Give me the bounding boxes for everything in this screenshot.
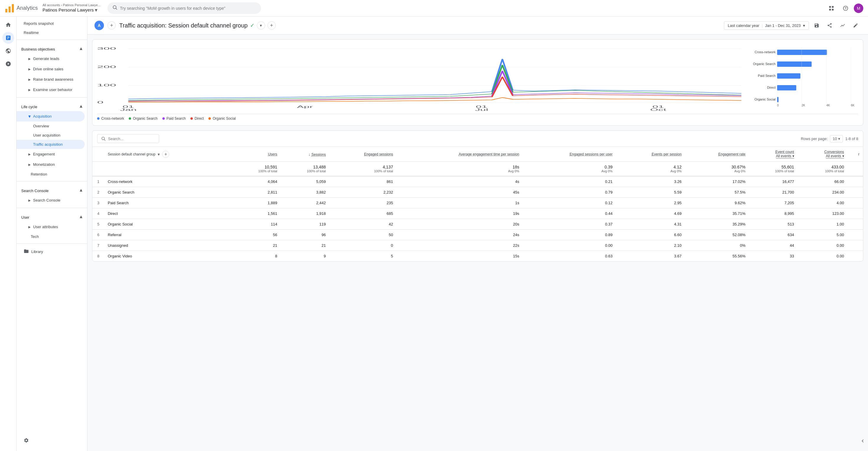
cell-rank: 7 xyxy=(92,240,104,251)
search-input[interactable] xyxy=(120,6,256,11)
cell-channel: Unassigned xyxy=(104,240,232,251)
explore-icon-btn[interactable] xyxy=(2,45,14,57)
sidebar-item-overview[interactable]: Overview xyxy=(17,121,85,131)
col-conversions[interactable]: Conversions All events ▾ xyxy=(798,147,848,162)
table-toolbar: Rows per page: 10 ▾ 1-8 of 8 xyxy=(92,131,863,147)
cell-eng-per-user: 0.89 xyxy=(523,230,616,240)
cell-users: 8 xyxy=(232,251,281,261)
legend-paid-search[interactable]: Paid Search xyxy=(162,116,186,120)
sidebar-item-generate-leads[interactable]: ▸ Generate leads xyxy=(17,54,85,64)
col-engaged-per-user-label: Engaged sessions per user xyxy=(569,152,612,156)
save-report-btn[interactable] xyxy=(811,20,822,31)
col-avg-engagement[interactable]: Average engagement time per session xyxy=(397,147,523,162)
table-row: 2 Organic Search 2,811 3,882 2,232 45s 0… xyxy=(92,187,863,198)
add-comparison-btn[interactable]: + xyxy=(107,21,116,30)
col-engaged-sessions[interactable]: Engaged sessions xyxy=(330,147,397,162)
date-range-label: Last calendar year xyxy=(728,23,760,28)
totals-extra xyxy=(848,162,863,176)
svg-line-45 xyxy=(104,140,105,141)
sidebar-item-realtime[interactable]: Realtime xyxy=(17,28,85,37)
apps-icon-btn[interactable] xyxy=(826,2,837,14)
cell-engaged-sessions: 50 xyxy=(330,230,397,240)
advertising-icon-btn[interactable] xyxy=(2,58,14,70)
totals-users: 10,591 100% of total xyxy=(232,162,281,176)
search-console-expand-icon: ▸ xyxy=(28,197,31,203)
cell-users: 56 xyxy=(232,230,281,240)
col-users[interactable]: Users xyxy=(232,147,281,162)
cell-channel: Paid Search xyxy=(104,198,232,208)
sidebar-section-user[interactable]: User ▾ xyxy=(17,210,87,222)
sidebar-item-raise-brand-awareness[interactable]: ▸ Raise brand awareness xyxy=(17,74,85,85)
home-icon-btn[interactable] xyxy=(2,19,14,31)
edit-btn[interactable] xyxy=(850,20,861,31)
legend-cross-network[interactable]: Cross-network xyxy=(97,116,124,120)
help-icon-btn[interactable]: ? xyxy=(840,2,851,14)
totals-events-per-session-val: 4.12 xyxy=(620,165,682,169)
sidebar-item-library[interactable]: Library xyxy=(17,246,85,257)
col-sessions[interactable]: ↓ Sessions xyxy=(281,147,330,162)
col-events-per-session[interactable]: Events per session xyxy=(616,147,685,162)
cell-eng-rate: 35.29% xyxy=(685,219,749,230)
user-avatar[interactable]: M xyxy=(854,4,863,13)
col-event-count[interactable]: Event count All events ▾ xyxy=(749,147,798,162)
legend-organic-social[interactable]: Organic Social xyxy=(209,116,236,120)
sidebar-section-business-objectives[interactable]: Business objectives ▾ xyxy=(17,42,87,54)
date-range-btn[interactable]: Last calendar year | Jan 1 - Dec 31, 202… xyxy=(724,21,809,30)
sidebar-item-examine-user-behavior[interactable]: ▸ Examine user behavior xyxy=(17,85,85,95)
add-col-btn[interactable]: + xyxy=(162,151,169,158)
table-search-input[interactable] xyxy=(108,137,155,141)
report-options-btn[interactable]: ▾ xyxy=(257,21,265,30)
settings-spacer xyxy=(17,257,87,269)
sidebar-item-settings[interactable] xyxy=(17,435,71,446)
sidebar-item-user-acquisition[interactable]: User acquisition xyxy=(17,131,85,140)
col-engagement-rate[interactable]: Engagement rate xyxy=(685,147,749,162)
sidebar-item-drive-online-sales[interactable]: ▸ Drive online sales xyxy=(17,64,85,74)
sidebar-item-monetization[interactable]: ▸ Monetization xyxy=(17,159,85,170)
share-btn[interactable] xyxy=(824,20,835,31)
svg-rect-32 xyxy=(777,61,812,67)
sidebar-item-user-attributes[interactable]: ▸ User attributes xyxy=(17,222,85,232)
col-engaged-per-user[interactable]: Engaged sessions per user xyxy=(523,147,616,162)
table-search-icon xyxy=(101,136,106,141)
svg-rect-34 xyxy=(777,85,796,90)
svg-point-44 xyxy=(102,137,104,140)
insights-btn[interactable] xyxy=(837,20,848,31)
sidebar-item-traffic-acquisition[interactable]: Traffic acquisition xyxy=(17,140,85,149)
cell-channel: Organic Social xyxy=(104,219,232,230)
account-name[interactable]: Patinos Personal Lawyers ▾ xyxy=(42,7,100,13)
lifecycle-label: Life cycle xyxy=(21,105,37,109)
account-name-text: Patinos Personal Lawyers xyxy=(42,7,94,12)
nav-divider-2 xyxy=(17,97,87,97)
col-channel[interactable]: Session default channel group ▾ + xyxy=(104,147,232,162)
col-extra: r xyxy=(848,147,863,162)
cell-users: 4,064 xyxy=(232,176,281,187)
sidebar-item-retention[interactable]: Retention xyxy=(17,170,85,179)
legend-direct[interactable]: Direct xyxy=(190,116,204,120)
sidebar-section-search-console[interactable]: Search Console ▾ xyxy=(17,184,87,195)
sidebar-item-tech[interactable]: Tech xyxy=(17,232,85,241)
acquisition-label: Acquisition xyxy=(33,114,52,118)
totals-users-val: 10,591 xyxy=(236,165,278,169)
cell-engaged-sessions: 5 xyxy=(330,251,397,261)
search-input-wrap[interactable] xyxy=(107,2,261,14)
cell-channel: Referral xyxy=(104,230,232,240)
sidebar-item-reports-snapshot[interactable]: Reports snapshot xyxy=(17,19,85,28)
cell-extra xyxy=(848,240,863,251)
svg-text:6K: 6K xyxy=(851,104,855,107)
totals-engaged-sessions: 4,137 100% of total xyxy=(330,162,397,176)
all-events-select-1[interactable]: All events ▾ xyxy=(776,154,794,159)
table-search[interactable] xyxy=(97,134,159,143)
table-row: 4 Direct 1,561 1,918 685 19s 0.44 4.69 3… xyxy=(92,208,863,219)
add-report-btn[interactable]: + xyxy=(268,21,276,30)
sidebar-item-acquisition[interactable]: ▾ Acquisition xyxy=(17,111,85,121)
breadcrumb: All accounts › Patinos Personal Lawye... xyxy=(42,3,100,7)
totals-channel xyxy=(104,162,232,176)
rows-per-page-select[interactable]: 10 ▾ xyxy=(830,135,843,142)
legend-organic-search[interactable]: Organic Search xyxy=(129,116,157,120)
sidebar-section-lifecycle[interactable]: Life cycle ▾ xyxy=(17,100,87,111)
reports-icon-btn[interactable] xyxy=(2,32,14,44)
legend-dot-paid-search xyxy=(162,117,165,120)
all-events-select-2[interactable]: All events ▾ xyxy=(826,154,844,159)
sidebar-item-engagement[interactable]: ▸ Engagement xyxy=(17,149,85,159)
sidebar-item-search-console[interactable]: ▸ Search Console xyxy=(17,195,85,205)
